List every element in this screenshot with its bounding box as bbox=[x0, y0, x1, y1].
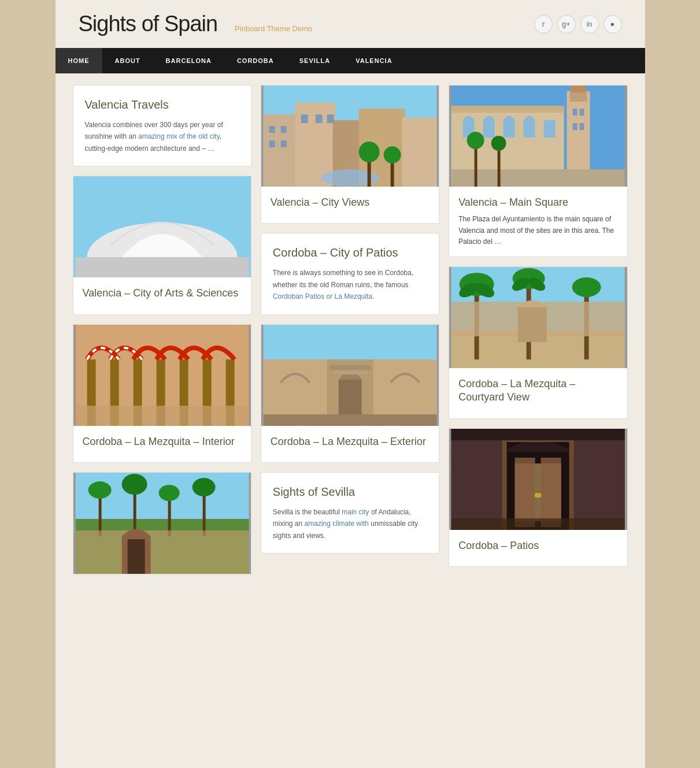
svg-rect-69 bbox=[498, 146, 501, 187]
linkedin-icon[interactable]: in bbox=[580, 15, 599, 34]
card-title-valencia-arts: Valencia – City of Arts & Sciences bbox=[83, 287, 242, 300]
svg-rect-12 bbox=[75, 406, 249, 426]
link-patios: Cordoban Patios or La Mezquita bbox=[273, 292, 372, 300]
svg-rect-65 bbox=[544, 120, 555, 138]
img-mezquita-ext-svg bbox=[261, 325, 439, 426]
card-title-valencia-travels: Valencia Travels bbox=[85, 97, 239, 112]
nav-barcelona[interactable]: BARCELONA bbox=[153, 48, 224, 73]
svg-rect-35 bbox=[280, 140, 286, 147]
column-3: Valencia – Main Square The Plaza del Ayu… bbox=[449, 85, 627, 574]
card-valencia-travels[interactable]: Valencia Travels Valencia combines over … bbox=[73, 85, 251, 166]
site-title: Sights of Spain bbox=[79, 12, 218, 36]
img-valencia-main-square bbox=[449, 86, 627, 187]
card-mezquita-exterior[interactable]: Cordoba – La Mezquita – Exterior bbox=[261, 324, 439, 463]
svg-rect-56 bbox=[580, 109, 584, 116]
nav-sevilla[interactable]: SEVILLA bbox=[287, 48, 343, 73]
header-left: Sights of Spain Pinboard Theme Demo bbox=[79, 12, 313, 36]
card-text-sights-sevilla: Sevilla is the beautiful main city of An… bbox=[273, 506, 427, 541]
svg-point-43 bbox=[383, 146, 401, 164]
svg-point-22 bbox=[192, 478, 215, 496]
img-courtyard-svg bbox=[449, 267, 627, 368]
img-sevilla-bottom bbox=[73, 473, 251, 574]
svg-rect-92 bbox=[515, 458, 535, 527]
svg-rect-58 bbox=[580, 123, 584, 130]
page-wrapper: Sights of Spain Pinboard Theme Demo 𝕣 g+… bbox=[55, 0, 645, 768]
nav-about[interactable]: ABOUT bbox=[102, 48, 153, 73]
tagline: Pinboard Theme Demo bbox=[235, 24, 312, 33]
svg-rect-23 bbox=[75, 530, 249, 574]
card-valencia-arts[interactable]: Valencia – City of Arts & Sciences bbox=[73, 176, 251, 314]
svg-rect-90 bbox=[502, 437, 507, 530]
search-icon[interactable]: ● bbox=[603, 15, 622, 34]
svg-rect-32 bbox=[269, 126, 275, 133]
img-mezquita-exterior bbox=[261, 325, 439, 426]
svg-rect-25 bbox=[127, 539, 145, 574]
svg-point-20 bbox=[158, 485, 179, 501]
card-text-valencia-travels: Valencia combines over 300 days per year… bbox=[85, 119, 239, 154]
svg-rect-50 bbox=[263, 414, 436, 426]
nav-home[interactable]: HOME bbox=[55, 48, 102, 73]
svg-point-70 bbox=[491, 136, 506, 151]
img-valencia-arts bbox=[73, 176, 251, 277]
google-icon[interactable]: g+ bbox=[557, 15, 576, 34]
svg-point-41 bbox=[358, 142, 379, 162]
nav-valencia[interactable]: VALENCIA bbox=[343, 48, 405, 73]
card-title-cordoba-courtyard: Cordoba – La Mezquita – Courtyard View bbox=[458, 377, 617, 405]
card-cordoba-patios-text[interactable]: Cordoba – City of Patios There is always… bbox=[261, 233, 439, 314]
svg-rect-97 bbox=[451, 518, 625, 530]
img-sevilla-svg bbox=[73, 473, 251, 574]
card-valencia-main-square[interactable]: Valencia – Main Square The Plaza del Ayu… bbox=[449, 85, 627, 257]
svg-point-16 bbox=[88, 481, 111, 499]
svg-rect-60 bbox=[451, 106, 564, 113]
svg-rect-48 bbox=[329, 365, 370, 370]
svg-rect-93 bbox=[541, 458, 561, 527]
svg-rect-37 bbox=[315, 114, 322, 123]
img-mezquita-interior bbox=[73, 325, 251, 426]
img-mezquita-interior-svg bbox=[73, 325, 251, 426]
svg-rect-27 bbox=[263, 114, 298, 187]
card-cordoba-patios-img[interactable]: Cordoba – Patios bbox=[449, 428, 627, 567]
card-valencia-city-views[interactable]: Valencia – City Views bbox=[261, 85, 439, 224]
img-main-square-svg bbox=[449, 86, 627, 187]
site-header: Sights of Spain Pinboard Theme Demo 𝕣 g+… bbox=[55, 0, 645, 48]
card-title-cordoba-patios: Cordoba – City of Patios bbox=[273, 245, 427, 260]
main-nav: HOME ABOUT BARCELONA CORDOBA SEVILLA VAL… bbox=[55, 48, 645, 73]
link-main-city: main city bbox=[342, 508, 369, 516]
svg-rect-2 bbox=[75, 257, 249, 277]
svg-rect-31 bbox=[402, 117, 436, 187]
img-cordoba-courtyard bbox=[449, 267, 627, 368]
card-mezquita-interior[interactable]: Cordoba – La Mezquita – Interior bbox=[73, 324, 251, 463]
card-title-mezquita-exterior: Cordoba – La Mezquita – Exterior bbox=[271, 435, 429, 448]
img-cordoba-patios-door bbox=[449, 429, 627, 530]
card-title-valencia-main-square: Valencia – Main Square bbox=[458, 196, 617, 209]
card-grid: Valencia Travels Valencia combines over … bbox=[73, 85, 628, 574]
svg-point-82 bbox=[572, 277, 601, 297]
nav-cordoba[interactable]: CORDOBA bbox=[224, 48, 287, 73]
card-title-cordoba-patios-img: Cordoba – Patios bbox=[458, 539, 617, 552]
svg-rect-63 bbox=[503, 120, 515, 138]
svg-rect-67 bbox=[475, 143, 477, 187]
svg-point-18 bbox=[121, 474, 147, 495]
twitter-icon[interactable]: 𝕣 bbox=[534, 15, 553, 34]
svg-rect-54 bbox=[571, 86, 586, 92]
card-title-sights-sevilla: Sights of Sevilla bbox=[273, 484, 427, 499]
link-amazing-climate: amazing climate with bbox=[305, 520, 369, 528]
card-sevilla-bottom[interactable] bbox=[73, 472, 251, 574]
card-sights-sevilla[interactable]: Sights of Sevilla Sevilla is the beautif… bbox=[261, 472, 439, 554]
img-patios-door-svg bbox=[449, 429, 627, 530]
column-1: Valencia Travels Valencia combines over … bbox=[73, 85, 251, 574]
card-text-valencia-main-square: The Plaza del Ayuntamiento is the main s… bbox=[458, 214, 617, 247]
header-icons: 𝕣 g+ in ● bbox=[534, 15, 622, 34]
svg-rect-64 bbox=[524, 120, 535, 138]
link-amazing: amazing mix of the old city bbox=[138, 132, 220, 140]
card-text-cordoba-patios: There is always something to see in Cord… bbox=[273, 267, 427, 302]
img-valencia-city-views bbox=[261, 86, 439, 187]
main-content: Valencia Travels Valencia combines over … bbox=[55, 73, 645, 586]
svg-rect-34 bbox=[269, 140, 275, 147]
svg-rect-33 bbox=[280, 126, 286, 133]
svg-rect-96 bbox=[451, 429, 625, 440]
svg-rect-62 bbox=[483, 120, 495, 138]
card-cordoba-courtyard[interactable]: Cordoba – La Mezquita – Courtyard View bbox=[449, 266, 627, 419]
svg-rect-57 bbox=[573, 123, 577, 130]
svg-rect-36 bbox=[301, 114, 308, 123]
